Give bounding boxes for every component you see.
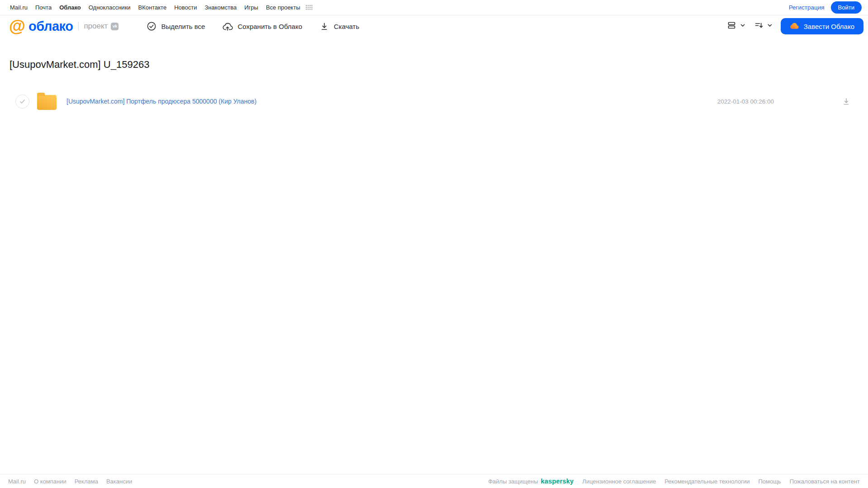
download-label: Скачать [334, 23, 359, 30]
view-mode-icon [726, 20, 737, 33]
portal-link-vkontakte[interactable]: ВКонтакте [138, 4, 167, 11]
check-icon [19, 98, 26, 105]
portal-link-znakomstva[interactable]: Знакомства [204, 4, 237, 11]
cloud-icon [790, 22, 799, 31]
portal-link-oblako[interactable]: Облако [59, 4, 81, 11]
portal-link-mailru[interactable]: Mail.ru [10, 4, 28, 11]
logo-divider [78, 22, 79, 31]
header-bar: @ облако проект vk Выделить все [0, 15, 868, 37]
folder-icon[interactable] [37, 93, 57, 110]
footer-link-license[interactable]: Лицензионное соглашение [582, 478, 656, 485]
select-all-label: Выделить все [161, 23, 205, 30]
chevron-down-icon [767, 22, 773, 30]
footer: Mail.ru О компании Реклама Вакансии Файл… [0, 474, 868, 488]
portal-link-novosti[interactable]: Новости [174, 4, 197, 11]
kaspersky-protected: Файлы защищены kaspersky [488, 478, 574, 485]
file-toolbar: Выделить все Сохранить в Облако Скачат [147, 21, 359, 31]
logo-text: облако [28, 19, 73, 34]
project-label: проект [84, 22, 108, 31]
login-button[interactable]: Войти [831, 1, 862, 14]
save-to-cloud-button[interactable]: Сохранить в Облако [222, 21, 302, 31]
footer-link-o-kompanii[interactable]: О компании [34, 478, 66, 485]
kaspersky-logo: kaspersky [541, 478, 574, 485]
registration-link[interactable]: Регистрация [789, 4, 825, 11]
mailru-at-icon: @ [9, 19, 25, 33]
footer-link-report-content[interactable]: Пожаловаться на контент [790, 478, 860, 485]
protected-label: Файлы защищены [488, 478, 538, 485]
footer-link-mailru[interactable]: Mail.ru [8, 478, 26, 485]
chevron-down-icon [740, 22, 746, 30]
file-name-link[interactable]: [UsupovMarket.com] Портфель продюсера 50… [66, 98, 256, 105]
header-right-controls: Завести Облако [726, 18, 864, 34]
portal-link-pochta[interactable]: Почта [35, 4, 52, 11]
page-title: [UsupovMarket.com] U_159263 [9, 59, 868, 71]
footer-link-recommendations[interactable]: Рекомендательные технологии [664, 478, 749, 485]
sort-control[interactable] [754, 20, 773, 33]
cloud-logo[interactable]: @ облако проект vk [9, 19, 119, 34]
save-to-cloud-label: Сохранить в Облако [237, 23, 302, 30]
vk-icon: vk [111, 23, 119, 30]
portal-nav: Mail.ru Почта Облако Одноклассники ВКонт… [0, 0, 868, 15]
cloud-upload-icon [222, 21, 233, 31]
file-download-icon[interactable] [842, 97, 851, 106]
select-all-button[interactable]: Выделить все [147, 21, 205, 31]
portal-link-vse-proekty[interactable]: Все проекты [266, 4, 300, 11]
download-button[interactable]: Скачать [319, 21, 359, 31]
footer-link-help[interactable]: Помощь [758, 478, 781, 485]
footer-link-vakansii[interactable]: Вакансии [106, 478, 132, 485]
get-cloud-label: Завести Облако [804, 23, 854, 30]
footer-right: Файлы защищены kaspersky Лицензионное со… [488, 478, 860, 485]
download-icon [319, 21, 329, 31]
file-checkbox[interactable] [15, 95, 29, 109]
sort-icon [754, 20, 764, 33]
view-mode-control[interactable] [726, 20, 746, 33]
portal-link-igry[interactable]: Игры [244, 4, 258, 11]
get-cloud-button[interactable]: Завести Облако [781, 18, 863, 34]
file-row[interactable]: [UsupovMarket.com] Портфель продюсера 50… [0, 90, 868, 112]
all-projects-grid-icon[interactable] [306, 5, 313, 10]
portal-link-odnoklassniki[interactable]: Одноклассники [89, 4, 131, 11]
check-circle-icon [147, 21, 157, 31]
file-date: 2022-01-03 00:26:00 [717, 98, 774, 105]
footer-link-reklama[interactable]: Реклама [75, 478, 98, 485]
